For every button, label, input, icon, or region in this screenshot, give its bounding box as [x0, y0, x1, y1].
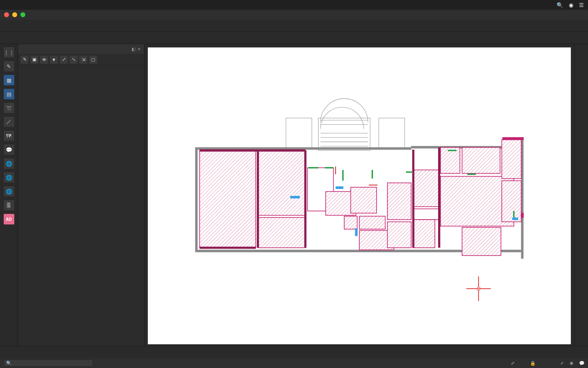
dock-map-icon[interactable]: 🗺: [3, 130, 15, 141]
svg-rect-34: [502, 140, 521, 179]
filter-icon[interactable]: ▼: [50, 56, 58, 64]
svg-rect-52: [290, 196, 300, 198]
svg-rect-28: [413, 220, 435, 248]
svg-rect-37: [521, 213, 523, 218]
status-bar: 🔍 ⤢ 🔒 ✓ ⊕ 💬: [0, 358, 588, 368]
svg-rect-30: [441, 148, 460, 173]
svg-rect-2: [286, 118, 312, 148]
dock-snap-icon[interactable]: ▦: [3, 74, 15, 86]
lock-icon[interactable]: 🔒: [530, 361, 536, 366]
locator-search[interactable]: 🔍: [3, 359, 93, 367]
spotlight-icon[interactable]: 🔍: [557, 2, 563, 8]
dock-globe-icon[interactable]: 🌐: [3, 158, 15, 169]
collapse2-icon[interactable]: ⇲: [79, 56, 87, 64]
macos-menubar: 🔍 ◉ ☰: [0, 0, 588, 10]
svg-rect-3: [318, 118, 370, 150]
svg-rect-54: [355, 228, 357, 236]
svg-rect-14: [195, 148, 197, 252]
map-canvas[interactable]: [148, 47, 571, 344]
zoom-window-icon[interactable]: [20, 12, 25, 17]
styling-icon[interactable]: ✎: [20, 56, 29, 64]
dock-db-icon[interactable]: 🗄: [3, 200, 15, 211]
svg-rect-27: [413, 170, 439, 207]
dock-chat-icon[interactable]: 💬: [3, 144, 15, 155]
svg-rect-26: [388, 222, 411, 247]
svg-rect-31: [462, 148, 500, 173]
toolbar-row-1: [0, 20, 588, 32]
coord-value[interactable]: [503, 362, 509, 364]
rotation-value[interactable]: [550, 362, 556, 364]
dock-curve-icon[interactable]: ➰: [3, 102, 15, 114]
svg-rect-16: [200, 150, 256, 248]
svg-rect-17: [258, 150, 305, 215]
collapse-icon[interactable]: ⤡: [69, 56, 78, 64]
bottom-toolbar: [0, 346, 588, 358]
svg-rect-21: [344, 216, 357, 229]
add-group-icon[interactable]: ▣: [30, 56, 38, 64]
dock-line-icon[interactable]: ／: [3, 116, 15, 128]
svg-rect-25: [388, 183, 411, 220]
dock-globe3-icon[interactable]: 🌐: [3, 186, 15, 197]
search-icon: 🔍: [6, 361, 12, 366]
scale-value[interactable]: [520, 362, 526, 364]
panel-undock-icon[interactable]: ◧: [131, 47, 136, 52]
siri-icon[interactable]: ◉: [569, 2, 573, 8]
remove-layer-icon[interactable]: ▢: [89, 56, 97, 64]
minimize-window-icon[interactable]: [12, 12, 17, 17]
dock-ad-icon[interactable]: AD: [3, 213, 15, 225]
right-dock: [574, 44, 588, 348]
svg-rect-29: [413, 209, 439, 220]
window-titlebar: [0, 10, 588, 20]
svg-rect-18: [258, 218, 305, 248]
svg-rect-35: [502, 181, 521, 222]
dock-pen-icon[interactable]: ✎: [3, 61, 15, 72]
dock-vector-icon[interactable]: ⋮⋮: [3, 47, 15, 58]
svg-rect-33: [462, 227, 501, 256]
svg-rect-11: [198, 148, 411, 150]
dock-grid-icon[interactable]: ▤: [3, 88, 15, 100]
layers-panel: ◧✕ ✎ ▣ 👁 ▼ ⤢ ⤡ ⇲ ▢: [18, 44, 145, 348]
close-window-icon[interactable]: [4, 12, 9, 17]
left-dock: ⋮⋮ ✎ ▦ ▤ ➰ ／ 🗺 💬 🌐 🌐 🌐 🗄 AD: [0, 44, 18, 348]
traffic-lights[interactable]: [4, 12, 25, 17]
extent-icon[interactable]: ⤢: [511, 361, 514, 366]
control-center-icon[interactable]: ☰: [579, 2, 584, 8]
svg-rect-4: [379, 118, 405, 148]
svg-rect-24: [351, 187, 376, 213]
lupa-value[interactable]: [539, 362, 545, 364]
svg-rect-53: [336, 186, 343, 189]
layer-tree[interactable]: [18, 65, 144, 348]
toolbar-row-2: [0, 32, 588, 44]
expand-icon[interactable]: ⤢: [60, 56, 68, 64]
messages-icon[interactable]: 💬: [579, 361, 585, 366]
svg-rect-55: [512, 218, 518, 220]
dock-globe2-icon[interactable]: 🌐: [3, 172, 15, 183]
map-canvas-wrap: [145, 44, 574, 348]
svg-rect-36: [503, 137, 523, 139]
render-check[interactable]: ✓: [560, 361, 564, 366]
panel-close-icon[interactable]: ✕: [137, 47, 141, 52]
svg-rect-22: [359, 216, 385, 229]
crs-icon[interactable]: ⊕: [570, 361, 573, 366]
eye-icon[interactable]: 👁: [40, 56, 48, 64]
layers-toolbar: ✎ ▣ 👁 ▼ ⤢ ⤡ ⇲ ▢: [18, 54, 144, 65]
